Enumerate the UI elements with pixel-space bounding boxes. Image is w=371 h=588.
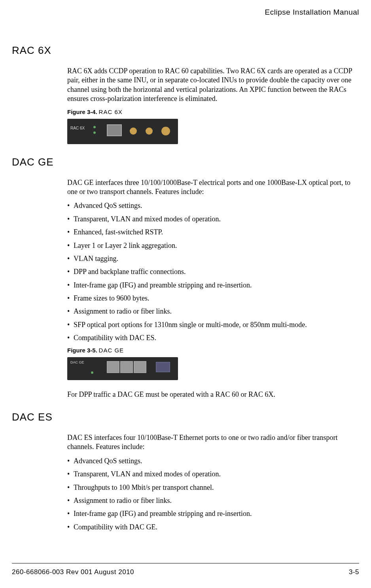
list-item: Assignment to radio or fiber links. [67,307,355,316]
body-daces: DAC ES interfaces four 10/100Base-T Ethe… [67,433,355,452]
figure-label-3-5: Figure 3-5. DAC GE [67,347,355,354]
body-dacge: DAC GE interfaces three 10/100/1000Base-… [67,178,355,197]
ethernet-port-icon [107,124,122,136]
content-rac6x: RAC 6X adds CCDP operation to RAC 60 cap… [67,67,355,144]
heading-daces: DAC ES [12,411,359,423]
figure-title: DAC GE [99,347,124,354]
list-item: SFP optical port options for 1310nm sing… [67,320,355,329]
body-rac6x: RAC 6X adds CCDP operation to RAC 60 cap… [67,67,355,104]
section-daces: DAC ES DAC ES interfaces four 10/100Base… [12,411,359,532]
ethernet-port-icon [120,361,133,373]
footer-page-number: 3-5 [349,568,359,576]
list-item: Frame sizes to 9600 bytes. [67,294,355,303]
page-header: Eclipse Installation Manual [12,8,359,17]
footer-doc-id: 260-668066-003 Rev 001 August 2010 [12,568,134,576]
dacge-footnote: For DPP traffic a DAC GE must be operate… [67,390,355,399]
ethernet-ports-group [107,361,146,373]
list-item: VLAN tagging. [67,254,355,263]
status-leds-icon [92,125,103,136]
figure-label-3-4: Figure 3-4. RAC 6X [67,108,355,116]
heading-rac6x: RAC 6X [12,44,359,57]
list-item: Layer 1 or Layer 2 link aggregation. [67,241,355,250]
figure-3-5-image [67,357,355,380]
xpic-in-connector-icon [130,127,137,135]
list-item: Transparent, VLAN and mixed modes of ope… [67,470,355,479]
list-item: Transparent, VLAN and mixed modes of ope… [67,215,355,224]
list-item: Compatibility with DAC ES. [67,333,355,343]
odu-connector-icon [161,127,170,135]
figure-3-4-image [67,119,355,144]
status-led-icon [91,371,93,374]
section-dacge: DAC GE DAC GE interfaces three 10/100/10… [12,156,359,399]
list-item: Enhanced, fast-switched RSTP. [67,228,355,237]
section-rac6x: RAC 6X RAC 6X adds CCDP operation to RAC… [12,44,359,144]
list-item: Inter-frame gap (IFG) and preamble strip… [67,281,355,290]
ethernet-port-icon [107,361,119,373]
heading-dacge: DAC GE [12,156,359,168]
figure-number: Figure 3-5. [67,347,97,354]
content-dacge: DAC GE interfaces three 10/100/1000Base-… [67,178,355,399]
list-item: Inter-frame gap (IFG) and preamble strip… [67,509,355,518]
ethernet-port-icon [134,361,146,373]
xpic-out-connector-icon [146,127,153,135]
page-footer: 260-668066-003 Rev 001 August 2010 3-5 [12,563,359,576]
list-item: Compatibility with DAC GE. [67,523,355,532]
dacge-hardware-illustration [67,357,178,380]
list-item: Advanced QoS settings. [67,201,355,210]
list-item: Throughputs to 100 Mbit/s per transport … [67,483,355,492]
rac6x-hardware-illustration [67,119,178,144]
daces-feature-list: Advanced QoS settings. Transparent, VLAN… [67,457,355,532]
content-daces: DAC ES interfaces four 10/100Base-T Ethe… [67,433,355,532]
figure-title: RAC 6X [99,108,123,115]
list-item: DPP and backplane traffic connections. [67,267,355,276]
list-item: Assignment to radio or fiber links. [67,496,355,505]
dacge-feature-list: Advanced QoS settings. Transparent, VLAN… [67,201,355,343]
sfp-port-icon [156,362,170,372]
list-item: Advanced QoS settings. [67,457,355,466]
figure-number: Figure 3-4. [67,108,97,115]
